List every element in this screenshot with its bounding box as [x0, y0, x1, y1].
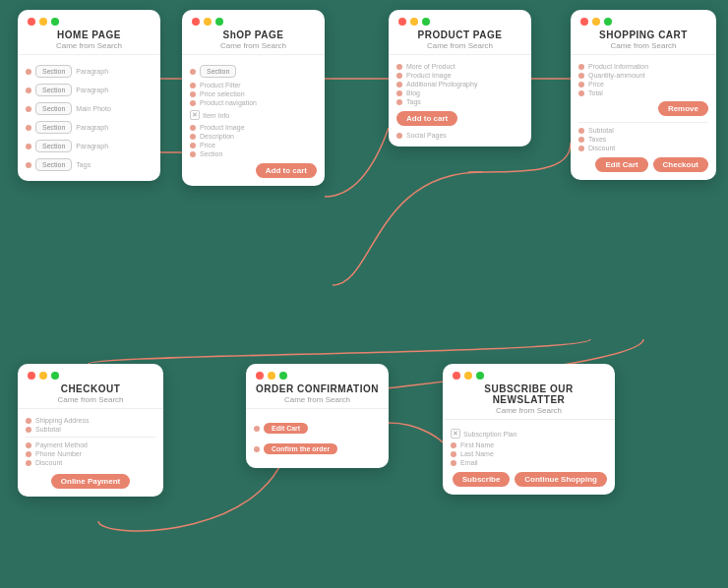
cart-remove-button[interactable]: Remove	[658, 101, 708, 116]
home-page-card: HOME PAGE Came from Search Section Parag…	[18, 10, 160, 181]
list-item: Section	[190, 150, 317, 157]
section-box: Section	[200, 65, 236, 78]
subscribe-button[interactable]: Subscribe	[453, 472, 511, 487]
list-item: Discount	[578, 145, 708, 151]
card-subscribe-header: SUBSCRIBE OUR NEWSLATTER Came from Searc…	[443, 364, 615, 420]
tl-yellow	[39, 18, 47, 26]
checkout-body: Shipping Address Subtotal Payment Method…	[18, 409, 163, 497]
wire-dot	[26, 460, 31, 466]
wire-dot	[451, 442, 456, 448]
product-page-card: PRODUCT PAGE Came from Search More of Pr…	[389, 10, 531, 147]
cart-checkout-button[interactable]: Checkout	[653, 157, 708, 172]
traffic-lights	[192, 18, 315, 26]
wire-dot	[578, 73, 584, 79]
product-add-to-cart-button[interactable]: Add to cart	[396, 111, 457, 126]
wire-dot	[26, 427, 31, 433]
checkbox-item: ✕ Subscription Plan	[451, 429, 607, 439]
tl-yellow	[464, 372, 472, 380]
traffic-lights	[453, 372, 605, 380]
section-box: Section	[35, 158, 72, 171]
checkbox-label: Subscription Plan	[463, 431, 516, 438]
order-confirm-button[interactable]: Confirm the order	[264, 443, 337, 454]
wire-label: Product navigation	[200, 99, 257, 106]
shop-add-to-cart-button[interactable]: Add to cart	[256, 163, 317, 178]
tl-red	[580, 18, 588, 26]
card-cart-header: SHOPPING CART Came from Search	[571, 10, 716, 55]
checkbox-icon: ✕	[190, 110, 200, 120]
wire-dot	[26, 442, 31, 448]
wire-label: Product Information	[588, 63, 648, 70]
list-item: Email	[451, 459, 607, 466]
tl-yellow	[592, 18, 600, 26]
home-title: HOME PAGE	[28, 29, 151, 40]
tl-red	[256, 372, 264, 380]
card-home-header: HOME PAGE Came from Search	[18, 10, 160, 55]
tl-green	[279, 372, 287, 380]
subscribe-subtitle: Came from Search	[453, 406, 605, 415]
subscribe-title: SUBSCRIBE OUR NEWSLATTER	[453, 383, 605, 405]
product-title: PRODUCT PAGE	[398, 29, 521, 40]
order-title: ORDER CONFIRMATION	[256, 383, 379, 394]
wire-label: Last Name	[460, 450, 494, 457]
wire-dot	[26, 162, 31, 168]
wire-dot	[26, 144, 31, 149]
wire-dot	[578, 146, 584, 151]
list-item: Price	[578, 81, 708, 88]
wire-dot	[190, 91, 196, 97]
list-item: Discount	[26, 459, 155, 466]
wire-label: Blog	[406, 89, 420, 96]
wire-dot	[190, 143, 196, 148]
tl-yellow	[39, 372, 47, 380]
list-item: Section Paragraph	[26, 63, 152, 80]
wire-dot	[578, 137, 584, 143]
tl-green	[51, 18, 59, 26]
traffic-lights	[398, 18, 521, 26]
wire-dot	[26, 69, 31, 75]
card-product-header: PRODUCT PAGE Came from Search	[389, 10, 531, 55]
section-box: Section	[35, 121, 72, 134]
subscribe-newsletter-card: SUBSCRIBE OUR NEWSLATTER Came from Searc…	[443, 364, 615, 495]
wire-label: Total	[588, 89, 603, 96]
subscribe-body: ✕ Subscription Plan First Name Last Name…	[443, 420, 615, 495]
shopping-cart-card: SHOPPING CART Came from Search Product I…	[571, 10, 716, 180]
wire-dot	[190, 134, 196, 140]
card-checkout-header: CHECKOUT Came from Search	[18, 364, 163, 409]
list-item: More of Product	[396, 63, 523, 70]
list-item: Additional Photography	[396, 81, 523, 88]
cart-body: Product Information Quantity-ammount Pri…	[571, 55, 716, 180]
traffic-lights	[580, 18, 706, 26]
wire-label: Price	[588, 81, 604, 88]
list-item: Subtotal	[26, 426, 155, 433]
order-edit-button[interactable]: Edit Cart	[264, 423, 308, 434]
tl-yellow	[410, 18, 418, 26]
wire-dot	[578, 128, 584, 134]
tl-red	[453, 372, 460, 380]
list-item: Product Image	[396, 72, 523, 79]
list-item: Product navigation	[190, 99, 317, 106]
wire-label: Paragraph	[76, 87, 108, 93]
wire-dot	[190, 125, 196, 131]
cart-edit-button[interactable]: Edit Cart	[595, 157, 647, 172]
wire-dot	[26, 451, 31, 457]
wire-label: Discount	[588, 145, 615, 151]
checkout-payment-button[interactable]: Online Payment	[51, 474, 130, 489]
list-item: Last Name	[451, 450, 607, 457]
wire-dot	[254, 446, 260, 452]
list-item: Quantity-ammount	[578, 72, 708, 79]
wire-label: Social Pages	[406, 132, 447, 139]
list-item: Shipping Address	[26, 417, 155, 424]
tl-green	[476, 372, 484, 380]
cart-title: SHOPPING CART	[580, 29, 706, 40]
order-body: Edit Cart Confirm the order	[246, 409, 389, 468]
wire-dot	[578, 90, 584, 96]
list-item: Product Image	[190, 124, 317, 131]
list-item: Confirm the order	[254, 441, 381, 456]
card-shop-header: ShOP PAGE Came from Search	[182, 10, 325, 55]
wire-dot	[190, 151, 196, 157]
continue-shopping-button[interactable]: Continue Shopping	[515, 472, 607, 487]
section-box: Section	[35, 140, 72, 152]
section-box: Section	[35, 84, 72, 96]
list-item: Phone Number	[26, 450, 155, 457]
wire-label: Product Image	[406, 72, 452, 79]
tl-green	[215, 18, 223, 26]
